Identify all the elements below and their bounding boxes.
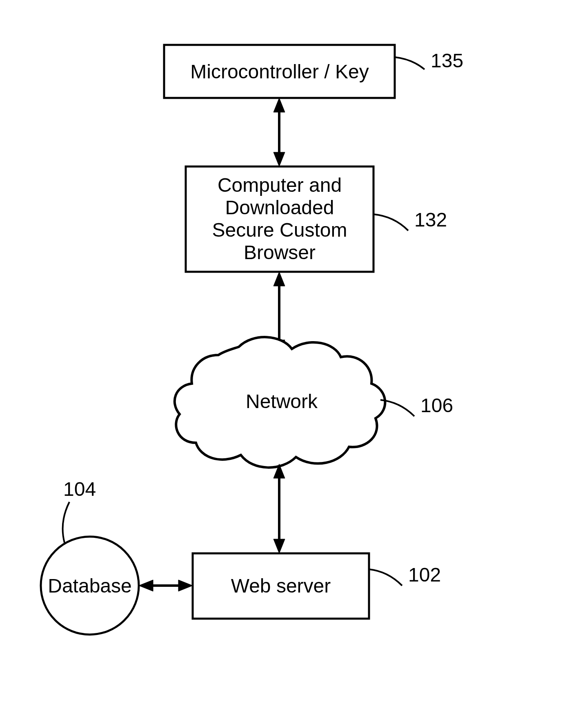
svg-marker-1: [273, 98, 285, 112]
arrow-micro-computer: [273, 98, 285, 166]
database-label: Database: [48, 575, 131, 597]
microcontroller-label: Microcontroller / Key: [190, 61, 369, 82]
network-label: Network: [246, 391, 318, 412]
svg-marker-8: [273, 539, 285, 553]
ref-102: 102: [408, 564, 441, 586]
computer-line4: Browser: [244, 242, 316, 263]
svg-marker-11: [178, 580, 193, 591]
computer-line1: Computer and: [218, 174, 342, 196]
computer-line3: Secure Custom: [212, 219, 347, 241]
callout-132: [373, 214, 408, 231]
webserver-label: Web server: [231, 575, 331, 597]
callout-135: [395, 57, 425, 69]
callout-104: [63, 502, 69, 543]
computer-line2: Downloaded: [225, 197, 334, 218]
svg-marker-4: [273, 272, 285, 286]
svg-marker-10: [139, 580, 153, 591]
arrow-network-webserver: [273, 464, 285, 553]
callout-102: [369, 569, 402, 586]
ref-104: 104: [63, 478, 96, 500]
ref-106: 106: [420, 395, 453, 416]
svg-marker-2: [273, 152, 285, 166]
ref-132: 132: [414, 209, 447, 231]
ref-135: 135: [431, 50, 463, 71]
arrow-database-webserver: [139, 580, 193, 591]
